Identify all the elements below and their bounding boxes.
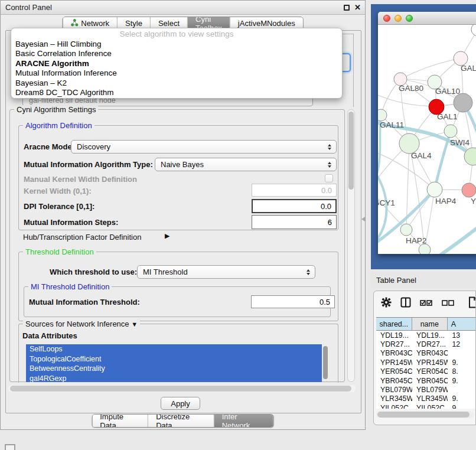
node-gal1-label: GAL1 (437, 112, 458, 121)
mi-algorithm-type-combobox[interactable]: Naive Bayes (155, 158, 337, 171)
table-cell[interactable]: YDL19... (376, 331, 412, 340)
algorithm-option[interactable]: ARACNE Algorithm (11, 59, 342, 69)
which-threshold-combobox[interactable]: MI Threshold (137, 265, 315, 279)
table-cell[interactable]: YIL052C (376, 403, 412, 409)
node-partial-bottom[interactable] (419, 244, 431, 254)
table-row[interactable]: YER054CYER054C8. (376, 367, 476, 376)
table-cell[interactable]: YER054C (376, 367, 412, 376)
tab-impute-data[interactable]: Impute Data (92, 415, 148, 427)
node-salmon[interactable] (462, 183, 476, 197)
split-columns-icon[interactable] (400, 297, 411, 310)
table-cell[interactable]: 9. (448, 358, 476, 367)
aracne-mode-combobox[interactable]: Discovery (71, 140, 337, 154)
table-cell[interactable] (448, 385, 476, 394)
table-row[interactable]: YBL079WYBL079W (376, 385, 476, 394)
table-cell[interactable]: YLR345W (412, 394, 448, 403)
table-cell[interactable]: YBR043C (412, 349, 448, 358)
manual-kernel-width-checkbox[interactable] (325, 174, 333, 182)
tab-infer-network[interactable]: Infer Network (214, 415, 273, 427)
table-row[interactable]: YIL052CYIL052C9 (376, 403, 476, 409)
dpi-tolerance-input[interactable]: 0.0 (252, 199, 337, 213)
table-cell[interactable]: YBR045C (376, 376, 412, 385)
table-cell[interactable]: YBL079W (412, 385, 448, 394)
algorithm-option[interactable]: Bayesian – Hill Climbing (11, 40, 342, 49)
splitter-collapse-icon[interactable] (361, 217, 365, 221)
deselect-checkboxes-icon[interactable] (442, 298, 455, 309)
new-table-icon[interactable] (468, 296, 476, 311)
table-horizontal-scrollbar-thumb[interactable] (377, 412, 470, 418)
node-hap2[interactable] (400, 224, 412, 236)
table-cell[interactable]: 13 (448, 331, 476, 340)
table-cell[interactable]: YDL19... (412, 331, 448, 340)
table-row[interactable]: YDR27...YDR27...12 (376, 340, 476, 348)
network-canvas[interactable]: GALGAL80GAL10GAL1GAL11GAL4SWI4HAP4YGCY1H… (378, 25, 476, 254)
algorithm-option[interactable]: Basic Correlation Inference (11, 49, 342, 58)
table-cell[interactable]: YBR043C (376, 349, 412, 358)
data-attribute-item-selected[interactable]: SelfLoops (26, 344, 322, 354)
float-window-icon[interactable] (344, 5, 350, 11)
attributes-scrollbar-thumb[interactable] (323, 346, 328, 379)
node-gal4[interactable] (399, 133, 419, 154)
select-checkboxes-icon[interactable] (420, 298, 433, 309)
close-icon[interactable]: ✕ (354, 3, 361, 12)
tab-discretize-data[interactable]: Discretize Data (148, 415, 213, 427)
settings-vertical-scrollbar-thumb[interactable] (348, 112, 354, 190)
table-cell[interactable]: YBL079W (376, 385, 412, 394)
table-row[interactable]: YPR145WYPR145W9. (376, 358, 476, 367)
table-horizontal-scrollbar[interactable] (376, 411, 474, 418)
table-cell[interactable]: YIL052C (412, 403, 448, 409)
table-cell[interactable]: 9 (448, 403, 476, 409)
column-header-shared-name[interactable]: shared... (376, 318, 412, 330)
node-gal1[interactable] (444, 125, 457, 138)
zoom-traffic-light-icon[interactable] (406, 15, 413, 22)
network-window-titlebar[interactable] (378, 12, 476, 25)
table-cell[interactable] (448, 349, 476, 358)
expand-arrow-icon[interactable]: ▶ (165, 232, 169, 240)
data-attribute-item-selected[interactable]: BetweennessCentrality (26, 364, 322, 374)
data-attribute-item-selected[interactable]: gal4RGexp (26, 374, 322, 383)
table-row[interactable]: YBR043CYBR043C (376, 349, 476, 358)
algorithm-definition-title: Algorithm Definition (23, 121, 94, 130)
data-attributes-list[interactable]: SelfLoopsTopologicalCoefficientBetweenne… (26, 344, 328, 382)
kernel-width-input[interactable]: 0.0 (252, 184, 337, 197)
settings-vertical-scrollbar[interactable] (347, 109, 355, 382)
apply-button[interactable]: Apply (161, 397, 200, 410)
hub-definition-label: Hub/Transcription Factor Definition (23, 233, 141, 242)
attributes-scrollbar[interactable] (322, 345, 328, 381)
mi-threshold-input[interactable]: 0.5 (251, 295, 335, 308)
minimized-panel-icon[interactable] (5, 444, 15, 450)
node-hap4[interactable] (427, 182, 442, 197)
gear-icon[interactable] (381, 297, 392, 310)
node-gray[interactable] (454, 93, 472, 112)
settings-horizontal-scrollbar-thumb[interactable] (10, 386, 351, 392)
column-header-clipped[interactable]: A (448, 318, 476, 330)
table-row[interactable]: YBR045CYBR045C9. (376, 376, 476, 385)
table-cell[interactable]: YPR145W (412, 358, 448, 367)
data-attribute-item-selected[interactable]: TopologicalCoefficient (26, 354, 322, 364)
table-cell[interactable]: YBR045C (412, 376, 448, 385)
node-partial-top[interactable] (471, 25, 476, 36)
table-body: YDL19...YDL19...13YDR27...YDR27...12YBR0… (376, 331, 476, 409)
close-traffic-light-icon[interactable] (383, 15, 390, 22)
minimize-traffic-light-icon[interactable] (395, 15, 402, 22)
algorithm-option[interactable]: Bayesian – K2 (11, 79, 342, 88)
algorithm-option[interactable]: Mutual Information Inference (11, 69, 342, 78)
table-cell[interactable]: YDR27... (376, 340, 412, 348)
collapse-arrow-icon[interactable]: ▼ (131, 321, 138, 328)
table-cell[interactable]: YPR145W (376, 358, 412, 367)
column-header-name[interactable]: name (412, 318, 448, 330)
table-cell[interactable]: YLR345W (376, 394, 412, 403)
node-gal11[interactable] (378, 109, 387, 121)
network-edge-highlighted[interactable] (430, 220, 476, 254)
table-cell[interactable]: YER054C (412, 367, 448, 376)
table-row[interactable]: YLR345WYLR345W9. (376, 394, 476, 403)
table-cell[interactable]: 8. (448, 367, 476, 376)
table-cell[interactable]: 12 (448, 340, 476, 348)
table-cell[interactable]: YDR27... (412, 340, 448, 348)
settings-horizontal-scrollbar[interactable] (8, 385, 356, 392)
mi-steps-input[interactable]: 6 (252, 215, 337, 229)
table-cell[interactable]: 9. (448, 376, 476, 385)
table-row[interactable]: YDL19...YDL19...13 (376, 331, 476, 340)
algorithm-option[interactable]: Dream8 DC_TDC Algorithm (11, 88, 342, 97)
table-cell[interactable]: 9. (448, 394, 476, 403)
